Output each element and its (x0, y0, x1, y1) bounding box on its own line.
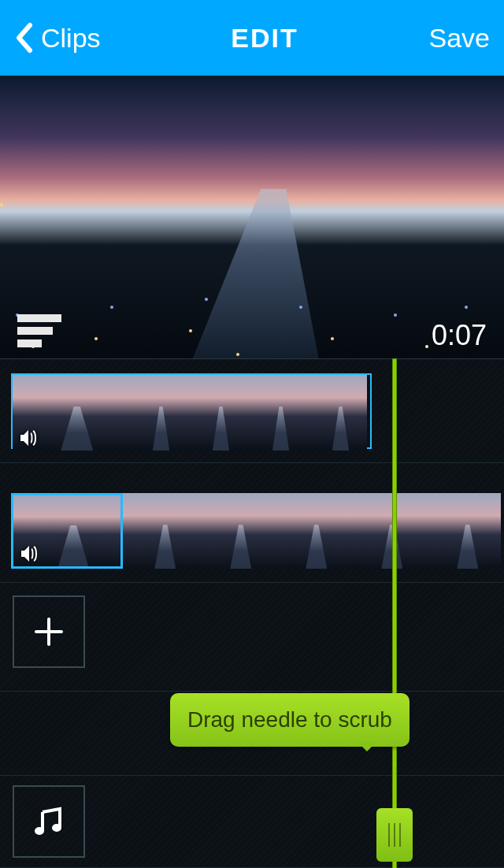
plus-icon (32, 614, 66, 649)
clip-thumb[interactable] (307, 375, 367, 451)
back-button[interactable]: Clips (14, 22, 101, 54)
video-preview[interactable]: 0:07 (0, 76, 504, 358)
track-row-1 (0, 359, 504, 463)
track-row-2 (0, 479, 504, 583)
scrub-needle-handle[interactable] (376, 808, 413, 862)
music-note-icon (32, 804, 66, 839)
page-title: EDIT (231, 23, 298, 54)
clip-thumb[interactable] (274, 493, 350, 569)
chevron-left-icon (14, 22, 33, 54)
svg-point-0 (35, 827, 44, 835)
save-button[interactable]: Save (429, 23, 491, 54)
clip-thumb[interactable] (128, 375, 187, 451)
clip-thumb[interactable] (198, 493, 274, 569)
clip-strip-a[interactable] (11, 373, 372, 449)
clip-thumb-selected[interactable] (11, 493, 123, 569)
add-music-button[interactable] (13, 785, 85, 858)
speaker-icon (21, 546, 40, 562)
clip-strip-b[interactable] (11, 493, 493, 569)
clip-thumb[interactable] (425, 493, 501, 569)
scrub-needle[interactable] (393, 359, 396, 868)
timeline: Drag needle to scrub (0, 358, 504, 868)
clip-thumb[interactable] (247, 375, 307, 451)
clip-thumb[interactable] (123, 493, 198, 569)
track-row-add (0, 588, 504, 692)
svg-point-1 (52, 824, 61, 832)
timecode-label: 0:07 (432, 319, 487, 352)
preview-overlay-icon (17, 314, 61, 347)
navbar: Clips EDIT Save (0, 0, 504, 76)
back-label: Clips (41, 23, 101, 54)
add-clip-button[interactable] (13, 595, 85, 668)
track-row-music (0, 775, 504, 868)
clip-thumb[interactable] (13, 375, 128, 451)
clip-thumb[interactable] (187, 375, 247, 451)
speaker-icon (20, 430, 39, 446)
clip-thumb[interactable] (350, 493, 425, 569)
scrub-tooltip: Drag needle to scrub (170, 693, 410, 747)
